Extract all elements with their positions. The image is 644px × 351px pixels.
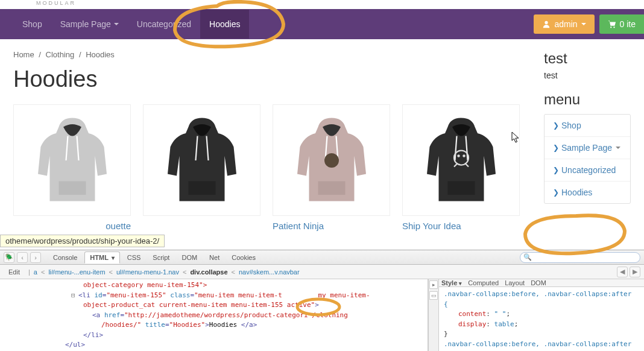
chevron-right-icon: ❯ [553,144,559,152]
widget-text: test [544,71,631,80]
svg-rect-4 [188,181,215,195]
svg-point-9 [457,154,460,157]
sidebar: test test menu ❯Shop ❯Sample Page ❯Uncat… [544,50,631,231]
product-card[interactable]: Patient Ninja [273,104,390,231]
product-title[interactable]: Patient Ninja [273,221,390,231]
svg-point-6 [324,153,339,168]
sidebar-item-sample-page[interactable]: ❯Sample Page [545,137,630,159]
product-image [273,104,390,216]
product-title[interactable]: ouette [13,221,131,231]
cart-icon [608,20,616,28]
product-image [143,104,260,216]
breadcrumb-home[interactable]: Home [13,50,34,59]
nav-hoodies[interactable]: Hoodies [200,10,249,39]
sidebar-item-shop[interactable]: ❯Shop [545,115,630,137]
cart-button[interactable]: 0 ite [599,14,644,34]
widget-title-menu: menu [544,91,631,108]
sidebar-item-uncategorized[interactable]: ❯Uncategorized [545,159,630,182]
user-icon [542,20,551,28]
svg-point-1 [610,27,611,28]
chevron-right-icon: ❯ [553,166,559,174]
main-content: Home / Clothing / Hoodies Hoodies ouette [13,50,520,231]
svg-point-10 [462,154,466,157]
product-card[interactable] [143,104,260,231]
svg-point-2 [613,27,614,28]
widget-title-test: test [544,50,631,67]
page-title: Hoodies [13,66,520,92]
nav-uncategorized[interactable]: Uncategorized [128,10,200,39]
sidebar-item-hoodies[interactable]: ❯Hoodies [545,182,630,203]
caret-down-icon [581,23,586,25]
chevron-right-icon: ❯ [553,188,559,197]
product-title[interactable]: Ship Your Idea [402,221,520,231]
product-image [13,104,131,216]
product-grid: ouette Patient Ninja Ship Your Idea [13,104,520,231]
logo-text: MODULAR [36,0,76,6]
sidebar-menu: ❯Shop ❯Sample Page ❯Uncategorized ❯Hoodi… [544,114,631,204]
caret-down-icon [114,23,119,25]
breadcrumb-clothing[interactable]: Clothing [46,50,75,59]
product-card[interactable]: ouette [13,104,131,231]
product-card[interactable]: Ship Your Idea [402,104,520,231]
breadcrumb: Home / Clothing / Hoodies [13,50,520,59]
product-image [402,104,520,216]
caret-down-icon [616,147,620,149]
admin-button[interactable]: admin [534,14,594,34]
nav-sample-page[interactable]: Sample Page [51,10,128,39]
breadcrumb-current: Hoodies [86,50,115,59]
svg-rect-7 [447,181,475,195]
link-url-tooltip: otheme/wordpress/product/ship-your-idea-… [0,235,165,242]
svg-rect-3 [58,181,86,195]
svg-point-0 [545,21,548,24]
main-navbar: Shop Sample Page Uncategorized Hoodies a… [0,9,644,39]
page-header: MODULAR [0,0,644,9]
nav-shop[interactable]: Shop [13,10,51,39]
svg-rect-5 [318,181,345,195]
chevron-right-icon: ❯ [553,121,559,130]
